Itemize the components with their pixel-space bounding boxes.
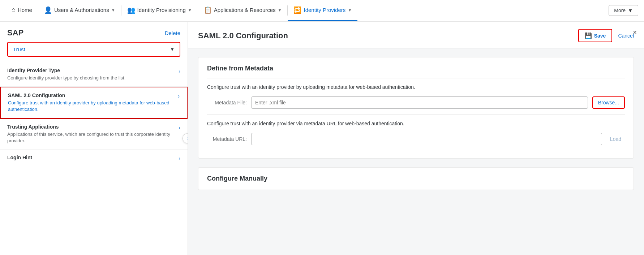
- menu-item-chevron-trusting-apps: ›: [179, 125, 180, 130]
- nav-users[interactable]: 👤 Users & Authorizations ▼: [38, 0, 121, 21]
- save-label: Save: [594, 33, 606, 39]
- metadata-file-input[interactable]: [251, 96, 588, 109]
- metadata-url-label: Metadata URL:: [207, 136, 247, 142]
- metadata-url-input[interactable]: [251, 133, 602, 145]
- metadata-divider-2: [207, 114, 625, 115]
- sidebar-header: SAP Delete: [0, 22, 188, 42]
- provisioning-icon: 👥: [127, 6, 135, 14]
- nav-applications-label: Applications & Resources: [214, 7, 276, 13]
- sidebar-title: SAP: [7, 28, 23, 38]
- close-button[interactable]: ×: [633, 29, 637, 36]
- users-icon: 👤: [44, 6, 52, 14]
- browse-button[interactable]: Browse...: [592, 96, 625, 109]
- menu-item-title-idp-type: Identity Provider Type: [7, 68, 176, 73]
- nav-home[interactable]: ⌂ Home: [6, 0, 38, 21]
- menu-item-desc-saml: Configure trust with an identity provide…: [8, 100, 175, 113]
- sidebar-menu: Identity Provider Type Configure identit…: [0, 62, 188, 255]
- menu-item-idp-type[interactable]: Identity Provider Type Configure identit…: [0, 62, 188, 87]
- cancel-button[interactable]: Cancel: [618, 33, 634, 39]
- menu-item-saml[interactable]: SAML 2.0 Configuration Configure trust w…: [0, 87, 188, 118]
- panel-content: Define from Metadata Configure trust wit…: [188, 48, 644, 199]
- metadata-file-desc: Configure trust with an identity provide…: [207, 84, 625, 90]
- save-button[interactable]: 💾 Save: [578, 29, 613, 42]
- main-layout: SAP Delete Trust ▼ Identity Provider Typ…: [0, 22, 644, 255]
- nav-more-label: More: [614, 8, 626, 13]
- menu-item-title-login-hint: Login Hint: [7, 155, 176, 160]
- menu-item-chevron-saml: ›: [178, 93, 180, 99]
- applications-icon: 📋: [204, 6, 212, 14]
- menu-item-trusting-apps[interactable]: Trusting Applications Applications of th…: [0, 119, 188, 150]
- delete-button[interactable]: Delete: [165, 30, 180, 36]
- trust-dropdown[interactable]: Trust ▼: [7, 42, 180, 57]
- menu-item-desc-idp-type: Configure identity provider type by choo…: [7, 75, 176, 81]
- metadata-url-row: Metadata URL: Load: [207, 133, 625, 145]
- panel-actions: 💾 Save Cancel: [578, 29, 634, 42]
- menu-item-chevron-idp-type: ›: [179, 68, 180, 74]
- save-icon: 💾: [585, 32, 592, 39]
- nav-home-label: Home: [18, 7, 32, 13]
- nav-users-label: Users & Authorizations: [54, 7, 109, 13]
- sidebar: SAP Delete Trust ▼ Identity Provider Typ…: [0, 22, 188, 255]
- applications-chevron-icon: ▼: [278, 8, 282, 12]
- menu-item-login-hint[interactable]: Login Hint ›: [0, 150, 188, 167]
- metadata-file-row: Metadata File: Browse...: [207, 96, 625, 109]
- users-chevron-icon: ▼: [111, 8, 115, 12]
- metadata-file-label: Metadata File:: [207, 100, 247, 105]
- home-icon: ⌂: [12, 6, 16, 14]
- right-panel: SAML 2.0 Configuration 💾 Save Cancel × D…: [188, 22, 644, 255]
- identity-providers-icon: 🔁: [293, 6, 301, 14]
- metadata-divider-1: [207, 78, 625, 78]
- provisioning-chevron-icon: ▼: [188, 8, 192, 12]
- metadata-url-desc: Configure trust with an identity provide…: [207, 121, 625, 126]
- define-from-metadata-section: Define from Metadata Configure trust wit…: [198, 57, 634, 159]
- configure-manually-title: Configure Manually: [207, 175, 625, 182]
- nav-identity-providers-label: Identity Providers: [304, 7, 345, 13]
- load-button[interactable]: Load: [606, 134, 625, 144]
- trust-chevron-icon: ▼: [170, 47, 175, 52]
- menu-item-desc-trusting-apps: Applications of this service, which are …: [7, 131, 176, 144]
- nav-applications[interactable]: 📋 Applications & Resources ▼: [198, 0, 288, 21]
- nav-provisioning-label: Identity Provisioning: [137, 7, 186, 13]
- nav-more-button[interactable]: More ▼: [609, 5, 638, 16]
- menu-item-title-saml: SAML 2.0 Configuration: [8, 92, 175, 98]
- define-metadata-title: Define from Metadata: [207, 65, 625, 72]
- identity-providers-chevron-icon: ▼: [348, 8, 352, 12]
- more-chevron-icon: ▼: [628, 8, 633, 13]
- menu-item-chevron-login-hint: ›: [179, 155, 180, 161]
- configure-manually-section: Configure Manually: [198, 167, 634, 190]
- panel-header: SAML 2.0 Configuration 💾 Save Cancel ×: [188, 22, 644, 48]
- menu-item-title-trusting-apps: Trusting Applications: [7, 124, 176, 130]
- panel-title: SAML 2.0 Configuration: [198, 31, 288, 40]
- nav-identity-providers[interactable]: 🔁 Identity Providers ▼: [288, 0, 357, 21]
- trust-dropdown-label: Trust: [13, 46, 25, 52]
- top-navigation: ⌂ Home 👤 Users & Authorizations ▼ 👥 Iden…: [0, 0, 644, 22]
- nav-provisioning[interactable]: 👥 Identity Provisioning ▼: [121, 0, 198, 21]
